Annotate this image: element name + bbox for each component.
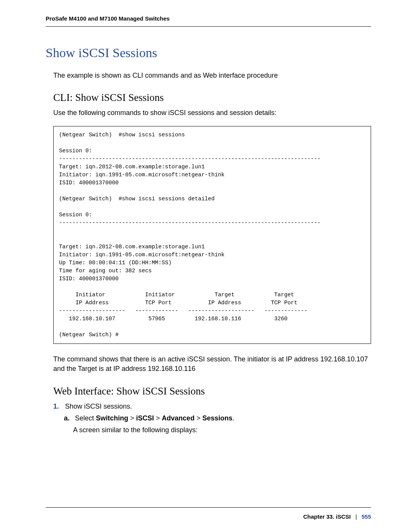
- cli-heading: CLI: Show iSCSI Sessions: [53, 92, 371, 104]
- page-title: Show iSCSI Sessions: [46, 46, 371, 60]
- step-number: 1.: [53, 403, 63, 411]
- footer-page-number: 555: [362, 513, 371, 520]
- substep-a: a. Select Switching > iSCSI > Advanced >…: [64, 414, 371, 434]
- intro-text: The example is shown as CLI commands and…: [53, 72, 371, 80]
- cli-post-text: The command shows that there is an activ…: [53, 355, 371, 373]
- step-text: Show iSCSI sessions.: [65, 403, 132, 410]
- header-rule: [46, 26, 371, 27]
- step-1: 1. Show iSCSI sessions. a. Select Switch…: [53, 403, 371, 434]
- substeps-list: a. Select Switching > iSCSI > Advanced >…: [64, 414, 371, 434]
- substep-letter: a.: [64, 414, 73, 422]
- running-header: ProSafe M4100 and M7100 Managed Switches: [46, 15, 371, 22]
- footer-rule: [46, 507, 371, 508]
- document-page: ProSafe M4100 and M7100 Managed Switches…: [0, 0, 411, 532]
- substep-line2: A screen similar to the following displa…: [73, 426, 371, 434]
- substep-line1: Select Switching > iSCSI > Advanced > Se…: [75, 414, 234, 422]
- footer-separator: |: [355, 513, 357, 520]
- steps-list: 1. Show iSCSI sessions. a. Select Switch…: [53, 403, 371, 434]
- page-footer: Chapter 33. iSCSI | 555: [303, 513, 371, 520]
- footer-chapter: Chapter 33. iSCSI: [303, 513, 351, 520]
- cli-lead: Use the following commands to show iSCSI…: [53, 109, 371, 117]
- web-heading: Web Interface: Show iSCSI Sessions: [53, 385, 371, 397]
- cli-code-block: (Netgear Switch) #show iscsi sessions Se…: [53, 126, 371, 344]
